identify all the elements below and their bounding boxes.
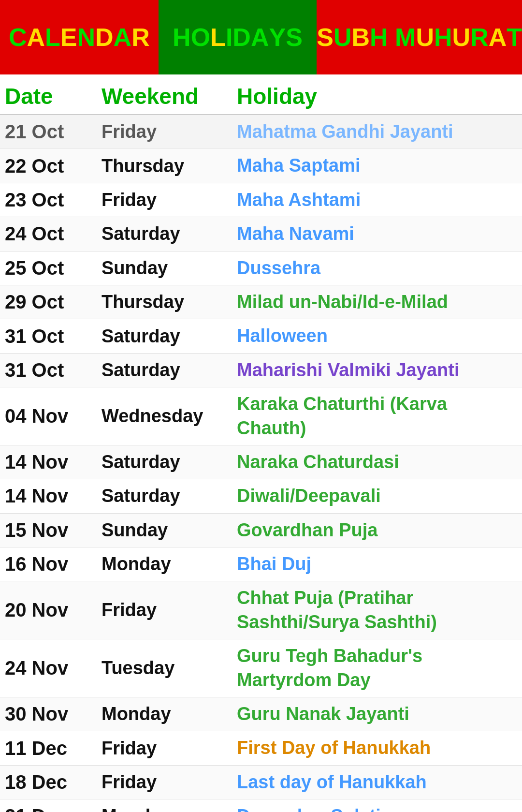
subh-label-h: H	[370, 23, 388, 52]
cell-weekend: Sunday	[102, 520, 237, 541]
column-headers: Date Weekend Holiday	[0, 74, 522, 115]
calendar-label-n: N	[77, 23, 95, 52]
cell-weekend: Friday	[102, 600, 237, 620]
table-row: 04 Nov Wednesday Karaka Chaturthi (Karva…	[0, 387, 522, 445]
cell-holiday: Maha Ashtami	[237, 188, 517, 212]
table-row: 15 Nov Sunday Govardhan Puja	[0, 514, 522, 547]
cell-weekend: Saturday	[102, 452, 237, 472]
holidays-label-d: D	[232, 23, 251, 52]
table-row: 24 Nov Tuesday Guru Tegh Bahadur's Marty…	[0, 639, 522, 697]
cell-date: 18 Dec	[5, 771, 102, 793]
cell-holiday: Bhai Duj	[237, 552, 517, 576]
cell-weekend: Saturday	[102, 360, 237, 381]
cell-date: 16 Nov	[5, 553, 102, 575]
holidays-label-o: O	[191, 23, 210, 52]
holidays-label-l: L	[210, 23, 226, 52]
calendar-label-d: D	[95, 23, 114, 52]
cell-holiday: Milad un-Nabi/Id-e-Milad	[237, 290, 517, 314]
table-row: 25 Oct Sunday Dussehra	[0, 251, 522, 285]
cell-holiday: Guru Tegh Bahadur's Martyrdom Day	[237, 644, 517, 692]
cell-weekend: Friday	[102, 121, 237, 142]
tab-subh-muhurat[interactable]: SUBH MUHURAT	[317, 0, 522, 74]
cell-weekend: Tuesday	[102, 658, 237, 679]
table-row: 23 Oct Friday Maha Ashtami	[0, 183, 522, 217]
cell-weekend: Saturday	[102, 223, 237, 244]
cell-date: 21 Oct	[5, 121, 102, 143]
cell-weekend: Wednesday	[102, 406, 237, 427]
cell-date: 23 Oct	[5, 189, 102, 211]
cell-date: 31 Oct	[5, 359, 102, 381]
tab-holidays[interactable]: HOLIDAYS	[159, 0, 317, 74]
cell-date: 31 Oct	[5, 325, 102, 347]
cell-holiday: Govardhan Puja	[237, 518, 517, 542]
cell-holiday: Dussehra	[237, 256, 517, 280]
cell-weekend: Monday	[102, 704, 237, 724]
header: CALENDAR HOLIDAYS SUBH MUHURAT	[0, 0, 522, 74]
calendar-label-a: A	[27, 23, 45, 52]
cell-holiday: Chhat Puja (Pratihar Sashthi/Surya Sasht…	[237, 586, 517, 634]
table-row: 21 Dec Monday December Solstice	[0, 799, 522, 812]
calendar-label-r: R	[131, 23, 150, 52]
subh-label-u3: U	[452, 23, 471, 52]
table-row: 11 Dec Friday First Day of Hanukkah	[0, 731, 522, 765]
calendar-label-a2: A	[114, 23, 132, 52]
calendar-label-c: C	[9, 23, 27, 52]
subh-label-r: R	[470, 23, 489, 52]
subh-label-m: M	[395, 23, 416, 52]
holidays-label-y: Y	[269, 23, 286, 52]
holiday-column-header: Holiday	[237, 83, 517, 109]
cell-holiday: Mahatma Gandhi Jayanti	[237, 120, 517, 144]
subh-label-a2: A	[489, 23, 507, 52]
cell-weekend: Thursday	[102, 292, 237, 312]
cell-date: 24 Oct	[5, 223, 102, 245]
table-row: 22 Oct Thursday Maha Saptami	[0, 149, 522, 183]
holidays-table: 21 Oct Friday Mahatma Gandhi Jayanti 22 …	[0, 115, 522, 812]
table-row: 21 Oct Friday Mahatma Gandhi Jayanti	[0, 115, 522, 149]
subh-label-b: B	[352, 23, 370, 52]
table-row: 31 Oct Saturday Halloween	[0, 319, 522, 353]
subh-label-u2: U	[416, 23, 434, 52]
holidays-label-a: A	[251, 23, 269, 52]
cell-date: 30 Nov	[5, 703, 102, 725]
table-row: 14 Nov Saturday Naraka Chaturdasi	[0, 445, 522, 479]
cell-date: 15 Nov	[5, 519, 102, 541]
holidays-label-i: I	[226, 23, 232, 52]
cell-date: 04 Nov	[5, 405, 102, 427]
cell-holiday: Guru Nanak Jayanti	[237, 702, 517, 726]
cell-date: 14 Nov	[5, 451, 102, 473]
cell-holiday: First Day of Hanukkah	[237, 736, 517, 760]
cell-weekend: Friday	[102, 738, 237, 759]
cell-date: 22 Oct	[5, 155, 102, 177]
subh-label-t: T	[507, 23, 522, 52]
cell-weekend: Saturday	[102, 486, 237, 506]
holidays-label-h: H	[173, 23, 191, 52]
tab-calendar[interactable]: CALENDAR	[0, 0, 159, 74]
cell-date: 20 Nov	[5, 599, 102, 621]
table-row: 18 Dec Friday Last day of Hanukkah	[0, 766, 522, 799]
subh-label-u: U	[334, 23, 352, 52]
date-column-header: Date	[5, 83, 102, 109]
subh-label-sp	[388, 23, 395, 52]
cell-holiday: Maharishi Valmiki Jayanti	[237, 358, 517, 382]
cell-date: 11 Dec	[5, 738, 102, 759]
table-row: 30 Nov Monday Guru Nanak Jayanti	[0, 697, 522, 731]
cell-holiday: Naraka Chaturdasi	[237, 450, 517, 474]
cell-weekend: Thursday	[102, 156, 237, 177]
cell-date: 29 Oct	[5, 291, 102, 313]
cell-weekend: Friday	[102, 190, 237, 210]
cell-weekend: Sunday	[102, 258, 237, 279]
cell-date: 25 Oct	[5, 257, 102, 279]
subh-label-s: S	[317, 23, 334, 52]
cell-weekend: Saturday	[102, 326, 237, 347]
cell-holiday: Last day of Hanukkah	[237, 770, 517, 794]
table-row: 20 Nov Friday Chhat Puja (Pratihar Sasht…	[0, 581, 522, 639]
cell-date: 21 Dec	[5, 805, 102, 812]
cell-holiday: Maha Saptami	[237, 154, 517, 177]
cell-holiday: Halloween	[237, 324, 517, 348]
subh-label-h2: H	[434, 23, 452, 52]
table-row: 31 Oct Saturday Maharishi Valmiki Jayant…	[0, 354, 522, 387]
cell-holiday: December Solstice	[237, 804, 517, 812]
cell-holiday: Karaka Chaturthi (Karva Chauth)	[237, 392, 517, 440]
cell-weekend: Monday	[102, 806, 237, 812]
cell-holiday: Diwali/Deepavali	[237, 484, 517, 508]
